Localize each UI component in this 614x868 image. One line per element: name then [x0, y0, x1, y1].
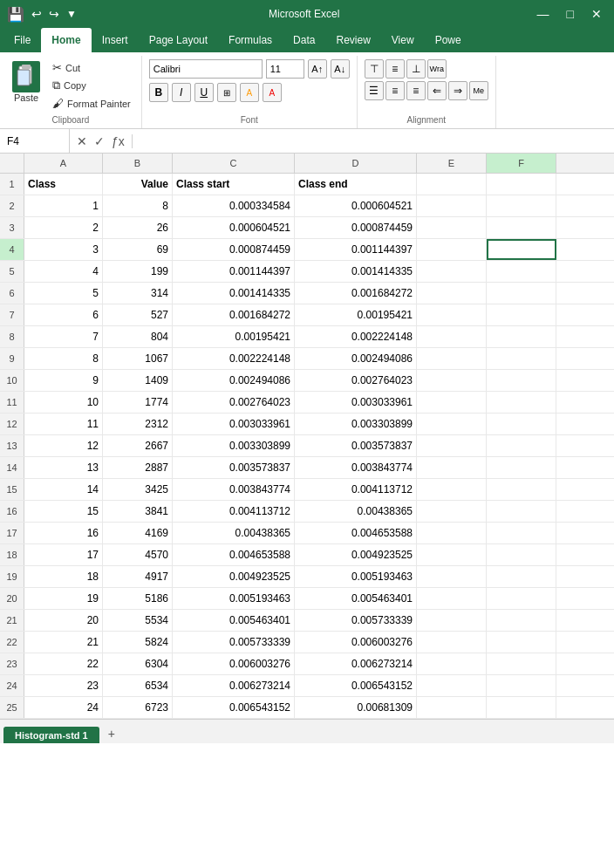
cell-a19[interactable]: 18	[24, 566, 103, 587]
cell-d20[interactable]: 0.005463401	[295, 588, 417, 609]
tab-home[interactable]: Home	[41, 28, 91, 52]
cell-c9[interactable]: 0.002224148	[173, 348, 295, 369]
col-header-a[interactable]: A	[24, 154, 103, 173]
cell-f22[interactable]	[487, 632, 556, 653]
cell-e24[interactable]	[417, 675, 487, 696]
cell-a11[interactable]: 10	[24, 392, 103, 413]
tab-view[interactable]: View	[381, 28, 425, 52]
cell-c16[interactable]: 0.004113712	[173, 501, 295, 522]
fill-color-button[interactable]: A	[240, 83, 259, 102]
formula-input[interactable]	[133, 135, 614, 147]
cell-c17[interactable]: 0.00438365	[173, 523, 295, 543]
cell-a18[interactable]: 17	[24, 544, 103, 565]
cell-a17[interactable]: 16	[24, 523, 103, 543]
cell-d15[interactable]: 0.004113712	[295, 479, 417, 500]
italic-button[interactable]: I	[172, 83, 191, 102]
cell-a8[interactable]: 7	[24, 326, 103, 347]
cell-a3[interactable]: 2	[24, 217, 103, 238]
font-color-button[interactable]: A	[263, 83, 282, 102]
cell-c2[interactable]: 0.000334584	[173, 195, 295, 216]
cell-b20[interactable]: 5186	[103, 588, 173, 609]
cell-f16[interactable]	[487, 501, 556, 522]
cell-f14[interactable]	[487, 457, 556, 478]
cell-b6[interactable]: 314	[103, 283, 173, 304]
cell-f15[interactable]	[487, 479, 556, 500]
cell-b23[interactable]: 6304	[103, 653, 173, 674]
cell-e13[interactable]	[417, 435, 487, 456]
cell-c25[interactable]: 0.006543152	[173, 697, 295, 718]
cell-c15[interactable]: 0.003843774	[173, 479, 295, 500]
cell-d10[interactable]: 0.002764023	[295, 370, 417, 391]
cell-c18[interactable]: 0.004653588	[173, 544, 295, 565]
cell-f6[interactable]	[487, 283, 556, 304]
cancel-formula-icon[interactable]: ✕	[75, 134, 89, 148]
cell-b8[interactable]: 804	[103, 326, 173, 347]
cell-d19[interactable]: 0.005193463	[295, 566, 417, 587]
cell-d25[interactable]: 0.00681309	[295, 697, 417, 718]
cell-a5[interactable]: 4	[24, 261, 103, 282]
cell-c20[interactable]: 0.005193463	[173, 588, 295, 609]
cell-f3[interactable]	[487, 217, 556, 238]
cell-e17[interactable]	[417, 523, 487, 543]
align-right-button[interactable]: ≡	[406, 81, 426, 100]
cell-b16[interactable]: 3841	[103, 501, 173, 522]
cell-a13[interactable]: 12	[24, 435, 103, 456]
font-name-input[interactable]	[149, 59, 263, 79]
cell-a21[interactable]: 20	[24, 610, 103, 631]
cell-c8[interactable]: 0.00195421	[173, 326, 295, 347]
cell-b9[interactable]: 1067	[103, 348, 173, 369]
tab-review[interactable]: Review	[325, 28, 380, 52]
cell-c6[interactable]: 0.001414335	[173, 283, 295, 304]
align-left-button[interactable]: ☰	[365, 81, 384, 100]
cell-d22[interactable]: 0.006003276	[295, 632, 417, 653]
cell-f9[interactable]	[487, 348, 556, 369]
cell-c24[interactable]: 0.006273214	[173, 675, 295, 696]
cut-button[interactable]: ✂ Cut	[49, 59, 134, 76]
cell-a9[interactable]: 8	[24, 348, 103, 369]
cell-e10[interactable]	[417, 370, 487, 391]
underline-button[interactable]: U	[194, 83, 214, 102]
cell-reference[interactable]: F4	[0, 129, 70, 153]
cell-f7[interactable]	[487, 304, 556, 325]
cell-e15[interactable]	[417, 479, 487, 500]
cell-c7[interactable]: 0.001684272	[173, 304, 295, 325]
cell-e6[interactable]	[417, 283, 487, 304]
cell-f1[interactable]	[487, 174, 556, 195]
cell-b14[interactable]: 2887	[103, 457, 173, 478]
cell-e12[interactable]	[417, 413, 487, 434]
cell-f4[interactable]	[487, 239, 556, 260]
cell-d4[interactable]: 0.001144397	[295, 239, 417, 260]
cell-a4[interactable]: 3	[24, 239, 103, 260]
col-header-c[interactable]: C	[173, 154, 295, 173]
bold-button[interactable]: B	[149, 83, 168, 102]
col-header-d[interactable]: D	[295, 154, 417, 173]
cell-e1[interactable]	[417, 174, 487, 195]
cell-d16[interactable]: 0.00438365	[295, 501, 417, 522]
cell-b19[interactable]: 4917	[103, 566, 173, 587]
cell-e5[interactable]	[417, 261, 487, 282]
cell-f13[interactable]	[487, 435, 556, 456]
align-bottom-button[interactable]: ⊥	[406, 59, 426, 79]
cell-f19[interactable]	[487, 566, 556, 587]
cell-b12[interactable]: 2312	[103, 413, 173, 434]
cell-a6[interactable]: 5	[24, 283, 103, 304]
cell-d13[interactable]: 0.003573837	[295, 435, 417, 456]
cell-b7[interactable]: 527	[103, 304, 173, 325]
sheet-tab-histogram[interactable]: Histogram-std 1	[3, 727, 99, 743]
cell-c13[interactable]: 0.003303899	[173, 435, 295, 456]
cell-e14[interactable]	[417, 457, 487, 478]
tab-page-layout[interactable]: Page Layout	[139, 28, 218, 52]
minimize-icon[interactable]: —	[532, 7, 555, 21]
cell-d12[interactable]: 0.003303899	[295, 413, 417, 434]
cell-b17[interactable]: 4169	[103, 523, 173, 543]
cell-e16[interactable]	[417, 501, 487, 522]
cell-f5[interactable]	[487, 261, 556, 282]
cell-f20[interactable]	[487, 588, 556, 609]
cell-c14[interactable]: 0.003573837	[173, 457, 295, 478]
cell-f10[interactable]	[487, 370, 556, 391]
align-center-button[interactable]: ≡	[385, 81, 405, 100]
cell-d1[interactable]: Class end	[295, 174, 417, 195]
cell-e2[interactable]	[417, 195, 487, 216]
cell-c11[interactable]: 0.002764023	[173, 392, 295, 413]
wrap-text-button[interactable]: Wra	[427, 59, 447, 79]
